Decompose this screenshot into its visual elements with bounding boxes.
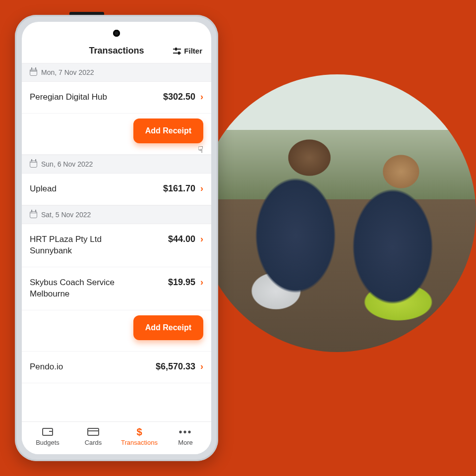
chevron-right-icon: › <box>200 277 203 288</box>
add-receipt-button[interactable]: Add Receipt <box>133 315 203 340</box>
transaction-amount: $44.00 <box>168 234 195 244</box>
nav-cards[interactable]: Cards <box>75 427 111 446</box>
chevron-right-icon: › <box>200 361 203 372</box>
transaction-row[interactable]: Uplead$161.70› <box>22 174 211 205</box>
calendar-icon <box>30 161 37 168</box>
transaction-name: HRT PLaza Pty Ltd Sunnybank <box>30 234 124 257</box>
page-title: Transactions <box>89 46 144 56</box>
date-header: Sat, 5 Nov 2022 <box>22 205 211 224</box>
more-dots-icon: ••• <box>179 427 191 437</box>
filter-button[interactable]: Filter <box>173 47 202 55</box>
transaction-name: Pendo.io <box>30 361 63 373</box>
chevron-right-icon: › <box>200 234 203 244</box>
transaction-row[interactable]: Skybus Coach Service Melbourne$19.95› <box>22 267 211 310</box>
filter-sliders-icon <box>173 48 181 55</box>
phone-frame: Transactions Filter Mon, 7 Nov 2022Pereg… <box>15 15 218 461</box>
chevron-right-icon: › <box>200 183 203 194</box>
transaction-amount: $19.95 <box>168 277 195 288</box>
date-text: Mon, 7 Nov 2022 <box>41 68 94 76</box>
transaction-row[interactable]: Peregian Digital Hub$302.50› <box>22 82 211 114</box>
transaction-name: Peregian Digital Hub <box>30 92 107 103</box>
receipt-button-area: Add Receipt☟ <box>22 114 211 155</box>
transaction-row[interactable]: HRT PLaza Pty Ltd Sunnybank$44.00› <box>22 224 211 267</box>
calendar-icon <box>30 211 37 218</box>
transaction-amount: $302.50 <box>163 92 195 102</box>
date-text: Sun, 6 Nov 2022 <box>41 160 93 168</box>
nav-transactions[interactable]: $ Transactions <box>121 427 158 446</box>
nav-label: Transactions <box>121 439 158 446</box>
cursor-icon: ☟ <box>198 144 203 155</box>
nav-label: Budgets <box>36 439 60 446</box>
phone-camera-dot <box>113 30 120 37</box>
date-header: Mon, 7 Nov 2022 <box>22 63 211 82</box>
bottom-nav: Budgets Cards $ Transactions ••• More <box>22 421 211 454</box>
nav-more[interactable]: ••• More <box>168 427 203 446</box>
transaction-name: Uplead <box>30 183 57 195</box>
transaction-amount: $161.70 <box>163 183 195 194</box>
date-header: Sun, 6 Nov 2022 <box>22 155 211 174</box>
transaction-name: Skybus Coach Service Melbourne <box>30 277 124 300</box>
calendar-icon <box>30 69 37 76</box>
wallet-icon <box>42 427 54 437</box>
add-receipt-button[interactable]: Add Receipt <box>133 119 203 143</box>
chevron-right-icon: › <box>200 92 203 102</box>
transaction-amount: $6,570.33 <box>156 361 195 372</box>
card-icon <box>87 427 99 437</box>
dollar-icon: $ <box>133 427 145 437</box>
phone-power-button <box>69 12 104 15</box>
transactions-list[interactable]: Mon, 7 Nov 2022Peregian Digital Hub$302.… <box>22 63 211 421</box>
app-header: Transactions Filter <box>22 22 211 63</box>
receipt-button-area: Add Receipt <box>22 310 211 352</box>
filter-label: Filter <box>184 47 202 55</box>
nav-label: More <box>178 439 193 446</box>
nav-label: Cards <box>85 439 102 446</box>
hero-photo <box>198 74 476 352</box>
nav-budgets[interactable]: Budgets <box>30 427 65 446</box>
transaction-row[interactable]: Pendo.io$6,570.33› <box>22 352 211 383</box>
date-text: Sat, 5 Nov 2022 <box>41 211 91 219</box>
app-screen: Transactions Filter Mon, 7 Nov 2022Pereg… <box>22 22 211 454</box>
